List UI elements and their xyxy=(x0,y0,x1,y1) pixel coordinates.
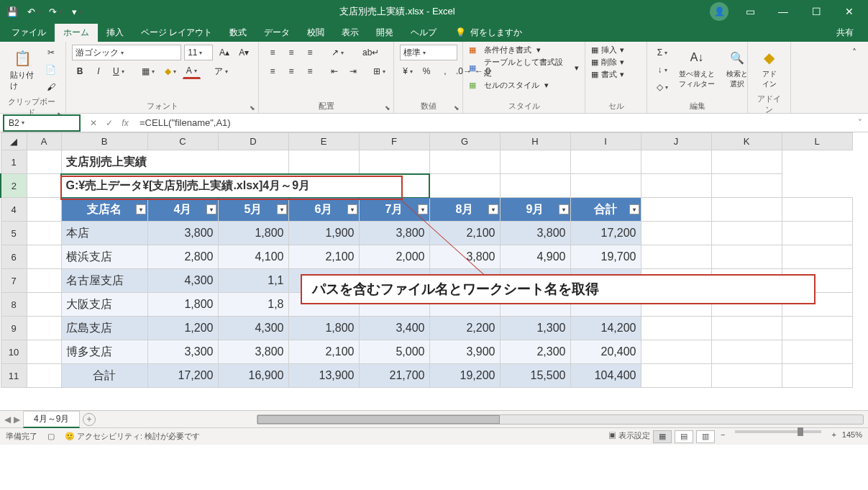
zoom-slider[interactable] xyxy=(735,430,821,433)
normal-view-icon[interactable]: ▦ xyxy=(653,430,672,443)
minimize-icon[interactable]: — xyxy=(769,1,798,22)
table-cell[interactable]: 名古屋支店 xyxy=(61,269,147,293)
table-cell[interactable]: 3,400 xyxy=(359,317,429,340)
fill-color-icon[interactable]: ◆ xyxy=(161,63,180,79)
row-header[interactable]: 8 xyxy=(1,293,27,317)
name-box[interactable]: B2 xyxy=(3,114,81,132)
row-header[interactable]: 4 xyxy=(1,198,27,222)
row-header[interactable]: 10 xyxy=(1,340,27,364)
table-cell[interactable]: 13,900 xyxy=(288,364,359,388)
row-header[interactable]: 1 xyxy=(1,150,27,174)
phonetic-icon[interactable]: ア xyxy=(211,63,232,79)
table-cell[interactable]: 4,300 xyxy=(218,317,288,340)
align-middle-icon[interactable]: ≡ xyxy=(283,45,299,60)
table-cell[interactable]: 3,800 xyxy=(500,222,570,245)
table-cell[interactable]: 2,100 xyxy=(429,222,500,245)
row-header[interactable]: 5 xyxy=(1,222,27,245)
tab-home[interactable]: ホーム xyxy=(55,24,98,42)
table-header[interactable]: 6月▾ xyxy=(288,198,359,222)
sheet-tab[interactable]: 4月～9月 xyxy=(23,411,80,428)
col-header[interactable]: C xyxy=(147,133,218,150)
sort-filter-button[interactable]: A↓ 並べ替えと フィルター xyxy=(675,45,719,92)
table-cell[interactable]: 2,800 xyxy=(147,245,218,269)
tell-me[interactable]: 💡 何をしますか xyxy=(455,27,522,39)
col-header[interactable]: G xyxy=(429,133,500,150)
table-cell[interactable]: 1,800 xyxy=(218,222,288,245)
format-cells-button[interactable]: ▦ 書式 ▾ xyxy=(591,69,641,80)
zoom-out-icon[interactable]: − xyxy=(718,430,728,443)
table-header[interactable]: 支店名▾ xyxy=(61,198,147,222)
table-cell[interactable]: 16,900 xyxy=(218,364,288,388)
align-bottom-icon[interactable]: ≡ xyxy=(302,45,318,60)
save-icon[interactable]: 💾 xyxy=(4,4,20,19)
table-cell[interactable]: 104,400 xyxy=(570,364,641,388)
col-header[interactable]: D xyxy=(218,133,288,150)
align-right-icon[interactable]: ≡ xyxy=(302,63,318,79)
alignment-dialog-icon[interactable]: ⬊ xyxy=(385,104,390,112)
table-cell[interactable]: 博多支店 xyxy=(61,340,147,364)
font-color-icon[interactable]: A xyxy=(183,63,201,79)
border-icon[interactable]: ▦ xyxy=(138,63,158,79)
table-cell[interactable]: 1,800 xyxy=(147,293,218,317)
fill-icon[interactable]: ↓ xyxy=(653,62,672,78)
spreadsheet-grid[interactable]: ◢ A B C D E F G H I J K L 1 支店別売上実績 2 G:… xyxy=(0,132,868,410)
cell-styles-button[interactable]: ▦ セルのスタイル ▾ xyxy=(469,80,579,91)
page-layout-view-icon[interactable]: ▤ xyxy=(675,430,693,443)
table-cell[interactable]: 1,800 xyxy=(288,317,359,340)
table-cell[interactable]: 17,200 xyxy=(147,364,218,388)
add-sheet-icon[interactable]: ＋ xyxy=(83,413,96,426)
horizontal-scrollbar[interactable] xyxy=(257,414,864,425)
clear-icon[interactable]: ◇ xyxy=(653,79,672,95)
paste-button[interactable]: 📋 貼り付け xyxy=(6,45,39,94)
cut-icon[interactable]: ✂ xyxy=(42,45,60,60)
col-header[interactable]: L xyxy=(782,133,852,150)
tab-view[interactable]: 表示 xyxy=(333,24,367,42)
currency-icon[interactable]: ¥ xyxy=(400,63,416,79)
font-size-select[interactable]: 11 xyxy=(184,45,213,60)
align-left-icon[interactable]: ≡ xyxy=(265,63,280,79)
format-as-table-button[interactable]: ▦ テーブルとして書式設定 ▾ xyxy=(469,57,579,78)
increase-indent-icon[interactable]: ⇥ xyxy=(345,63,361,79)
collapse-ribbon-icon[interactable]: ˄ xyxy=(846,45,862,60)
tab-review[interactable]: 校閲 xyxy=(298,24,333,42)
decrease-font-icon[interactable]: A▾ xyxy=(236,45,252,60)
cancel-formula-icon[interactable]: ✕ xyxy=(86,118,101,128)
zoom-in-icon[interactable]: + xyxy=(828,430,839,443)
table-cell[interactable]: 1,200 xyxy=(147,317,218,340)
filter-icon[interactable]: ▾ xyxy=(629,204,639,214)
table-cell[interactable]: 2,200 xyxy=(429,317,500,340)
table-cell[interactable]: 1,8 xyxy=(218,293,288,317)
align-top-icon[interactable]: ≡ xyxy=(265,45,280,60)
table-cell[interactable]: 21,700 xyxy=(359,364,429,388)
tab-insert[interactable]: 挿入 xyxy=(98,24,132,42)
sheet-nav-prev-icon[interactable]: ◀ xyxy=(4,414,11,425)
table-cell[interactable]: 14,200 xyxy=(570,317,641,340)
table-cell[interactable]: 5,000 xyxy=(359,340,429,364)
col-header[interactable]: K xyxy=(711,133,782,150)
italic-button[interactable]: I xyxy=(91,63,106,79)
macro-record-icon[interactable]: ▢ xyxy=(47,432,55,441)
wrap-text-icon[interactable]: ab↵ xyxy=(359,45,383,60)
share-button[interactable]: 共有 xyxy=(831,25,859,40)
undo-icon[interactable]: ↶ xyxy=(26,4,42,19)
ribbon-options-icon[interactable]: ▭ xyxy=(736,1,764,22)
maximize-icon[interactable]: ☐ xyxy=(802,1,831,22)
table-cell[interactable]: 2,000 xyxy=(359,245,429,269)
table-cell[interactable]: 4,100 xyxy=(218,245,288,269)
select-all-cell[interactable]: ◢ xyxy=(1,133,27,150)
table-cell[interactable]: 17,200 xyxy=(570,222,641,245)
table-header[interactable]: 5月▾ xyxy=(218,198,288,222)
table-cell[interactable]: 3,900 xyxy=(429,340,500,364)
row-header[interactable]: 2 xyxy=(1,174,27,198)
display-settings[interactable]: ▣ 表示設定 xyxy=(608,430,650,443)
underline-button[interactable]: U xyxy=(109,63,128,79)
filter-icon[interactable]: ▾ xyxy=(488,204,498,214)
account-icon[interactable]: 👤 xyxy=(710,2,728,21)
table-cell[interactable]: 横浜支店 xyxy=(61,245,147,269)
tab-file[interactable]: ファイル xyxy=(3,24,55,42)
copy-icon[interactable]: 📄 xyxy=(42,62,60,78)
col-header[interactable]: I xyxy=(570,133,641,150)
close-icon[interactable]: ✕ xyxy=(835,1,864,22)
filter-icon[interactable]: ▾ xyxy=(559,204,569,214)
table-cell[interactable]: 3,300 xyxy=(147,340,218,364)
